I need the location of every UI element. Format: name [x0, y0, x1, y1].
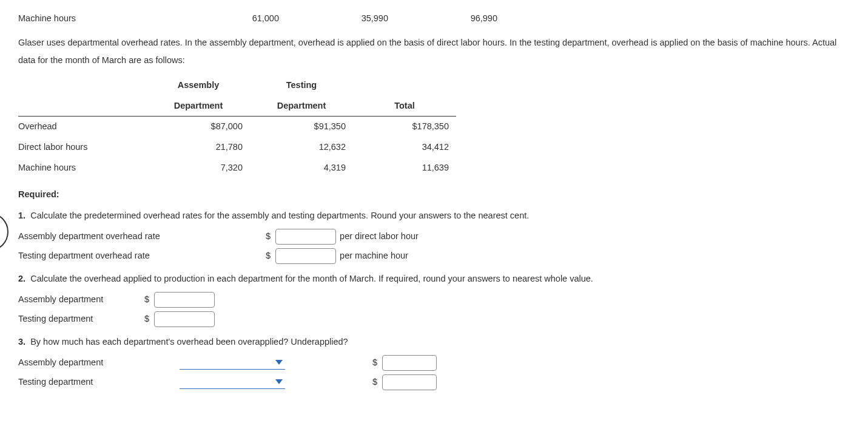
- q1-testing-unit: per machine hour: [340, 249, 408, 263]
- q3-num: 3.: [18, 337, 25, 347]
- q2-body: Calculate the overhead applied to produc…: [30, 274, 593, 283]
- dollar-sign: $: [264, 249, 272, 263]
- top-data-row: Machine hours 61,000 35,990 96,990: [18, 12, 850, 25]
- row-c3: 11,639: [353, 158, 456, 178]
- q1-assembly-input[interactable]: [275, 229, 336, 245]
- chevron-down-icon: [275, 360, 283, 365]
- row-c1: 21,780: [147, 137, 250, 158]
- q1-row-testing: Testing department overhead rate $ per m…: [18, 248, 850, 264]
- q1-testing-input[interactable]: [275, 248, 336, 264]
- q2-testing-input[interactable]: [154, 311, 215, 327]
- q1-testing-label: Testing department overhead rate: [18, 249, 261, 263]
- row-c1: $87,000: [147, 117, 250, 137]
- dollar-sign: $: [371, 356, 378, 370]
- row-c2: 12,632: [250, 137, 353, 158]
- q2-text: 2. Calculate the overhead applied to pro…: [18, 272, 850, 286]
- hdr-testing-2: Department: [250, 96, 353, 117]
- hdr-testing-1: Testing: [250, 75, 353, 96]
- row-c3: 34,412: [353, 137, 456, 158]
- hdr-total: Total: [353, 96, 456, 117]
- q3-testing-input[interactable]: [382, 374, 437, 390]
- q2-num: 2.: [18, 274, 25, 283]
- q2-row-assembly: Assembly department $: [18, 292, 850, 308]
- q1-row-assembly: Assembly department overhead rate $ per …: [18, 229, 850, 245]
- hdr-assembly-1: Assembly: [147, 75, 250, 96]
- q3-assembly-label: Assembly department: [18, 356, 176, 370]
- dollar-sign: $: [264, 230, 272, 243]
- q1-num: 1.: [18, 211, 25, 220]
- q3-row-testing: Testing department $: [18, 374, 850, 390]
- row-label: Direct labor hours: [18, 137, 147, 158]
- dollar-sign: $: [143, 293, 150, 306]
- row-c2: 4,319: [250, 158, 353, 178]
- hdr-assembly-2: Department: [147, 96, 250, 117]
- row-label: Machine hours: [18, 158, 147, 178]
- row-label: Overhead: [18, 117, 147, 137]
- required-heading: Required:: [18, 188, 850, 201]
- intro-paragraph: Glaser uses departmental overhead rates.…: [18, 34, 850, 69]
- q3-assembly-input[interactable]: [382, 355, 437, 371]
- q3-text: 3. By how much has each department's ove…: [18, 336, 850, 349]
- decorative-arc: [0, 212, 8, 251]
- q1-text: 1. Calculate the predetermined overhead …: [18, 209, 850, 223]
- q3-body: By how much has each department's overhe…: [30, 337, 348, 347]
- q2-assembly-input[interactable]: [154, 292, 215, 308]
- top-label: Machine hours: [18, 12, 170, 25]
- row-c2: $91,350: [250, 117, 353, 137]
- dollar-sign: $: [371, 376, 378, 389]
- q3-row-assembly: Assembly department $: [18, 355, 850, 371]
- top-c2: 35,990: [297, 12, 388, 25]
- table-row: Machine hours 7,320 4,319 11,639: [18, 158, 456, 178]
- table-row: Direct labor hours 21,780 12,632 34,412: [18, 137, 456, 158]
- actual-data-table: Assembly Testing Department Department T…: [18, 75, 456, 178]
- top-c3: 96,990: [406, 12, 497, 25]
- q1-assembly-label: Assembly department overhead rate: [18, 230, 261, 243]
- q3-assembly-dropdown[interactable]: [180, 356, 285, 370]
- q3-testing-label: Testing department: [18, 376, 176, 389]
- chevron-down-icon: [275, 379, 283, 384]
- dollar-sign: $: [143, 313, 150, 326]
- q2-row-testing: Testing department $: [18, 311, 850, 327]
- q3-testing-dropdown[interactable]: [180, 375, 285, 389]
- q2-testing-label: Testing department: [18, 313, 140, 326]
- q2-assembly-label: Assembly department: [18, 293, 140, 306]
- q1-assembly-unit: per direct labor hour: [340, 230, 419, 243]
- top-c1: 61,000: [188, 12, 279, 25]
- row-c3: $178,350: [353, 117, 456, 137]
- row-c1: 7,320: [147, 158, 250, 178]
- q1-body: Calculate the predetermined overhead rat…: [30, 211, 529, 220]
- table-row: Overhead $87,000 $91,350 $178,350: [18, 117, 456, 137]
